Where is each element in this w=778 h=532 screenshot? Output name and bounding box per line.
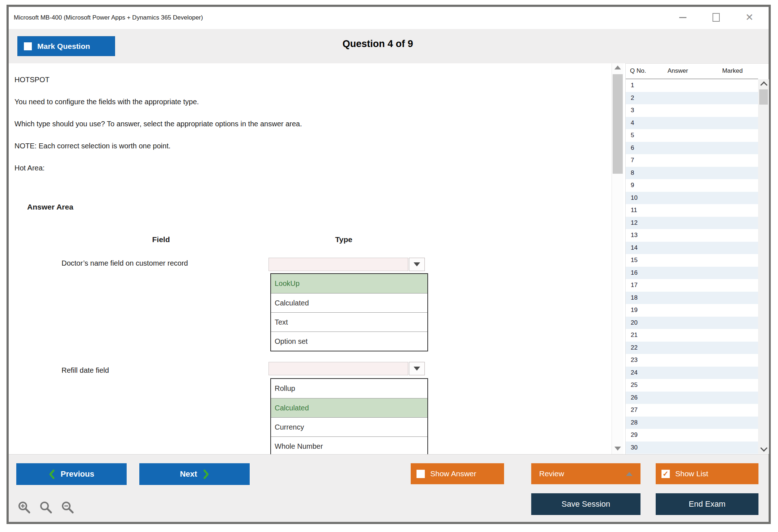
question-list-row[interactable]: 8 [626, 167, 758, 180]
question-list-row[interactable]: 4 [626, 117, 758, 130]
option-row[interactable]: Calculated [271, 293, 427, 312]
question-list-row[interactable]: 26 [626, 392, 758, 404]
titlebar: Microsoft MB-400 (Microsoft Power Apps +… [9, 7, 769, 29]
zoom-controls [17, 501, 75, 515]
question-number: 19 [631, 307, 638, 314]
main-scrollbar-thumb[interactable] [613, 74, 623, 174]
question-list-row[interactable]: 1 [626, 79, 758, 92]
question-list-row[interactable]: 15 [626, 254, 758, 267]
show-answer-button[interactable]: Show Answer [411, 463, 504, 484]
review-button[interactable]: Review [531, 463, 640, 484]
question-number: 1 [631, 82, 634, 89]
magnifier-icon[interactable] [39, 501, 54, 515]
option-row[interactable]: Currency [271, 417, 427, 436]
type-dropdown-2-arrow-button[interactable] [409, 362, 425, 375]
option-row[interactable]: Option set [271, 332, 427, 351]
question-number: 16 [631, 269, 638, 276]
question-list-row[interactable]: 19 [626, 304, 758, 317]
question-number: 13 [631, 232, 638, 239]
minimize-icon [679, 17, 686, 18]
minimize-button[interactable] [677, 12, 688, 23]
question-list-row[interactable]: 5 [626, 129, 758, 142]
answer-area-label: Answer Area [27, 203, 73, 211]
question-list-row[interactable]: 13 [626, 229, 758, 242]
show-list-checkbox-icon: ✓ [661, 470, 670, 478]
option-row[interactable]: LookUp [271, 274, 427, 293]
scroll-down-icon[interactable] [614, 447, 621, 451]
question-number: 25 [631, 381, 638, 389]
sidebar-scrollbar-thumb[interactable] [759, 89, 768, 105]
question-list-row[interactable]: 27 [626, 404, 758, 417]
question-list-row[interactable]: 6 [626, 142, 758, 155]
option-row[interactable]: Whole Number [271, 436, 427, 454]
question-paragraph: NOTE: Each correct selection is worth on… [14, 142, 302, 150]
question-list-row[interactable]: 29 [626, 429, 758, 442]
content-area: HOTSPOT You need to configure the fields… [9, 63, 769, 454]
show-answer-checkbox-icon [417, 470, 425, 478]
previous-button[interactable]: Previous [16, 463, 127, 485]
question-list-row[interactable]: 16 [626, 267, 758, 279]
zoom-in-icon[interactable] [17, 501, 32, 515]
scroll-up-icon[interactable] [760, 81, 768, 89]
zoom-out-icon[interactable] [61, 501, 75, 515]
show-answer-label: Show Answer [430, 469, 476, 478]
dropdown-arrow-icon [414, 367, 420, 371]
question-list-row[interactable]: 28 [626, 417, 758, 429]
header-band: Mark Question Question 4 of 9 [9, 29, 769, 63]
question-list-row[interactable]: 10 [626, 192, 758, 204]
question-list-row[interactable]: 21 [626, 329, 758, 342]
option-row[interactable]: Calculated [271, 398, 427, 417]
question-text: HOTSPOT You need to configure the fields… [14, 76, 302, 186]
show-list-button[interactable]: ✓ Show List [656, 463, 758, 484]
question-list-sidebar: Q No. Answer Marked 1 2 3 4 5 6 7 8 9 10… [625, 63, 769, 454]
end-exam-label: End Exam [689, 499, 726, 509]
type-dropdown-1-arrow-button[interactable] [409, 258, 425, 271]
question-list-row[interactable]: 24 [626, 367, 758, 379]
triangle-up-icon [626, 472, 633, 476]
question-number: 6 [631, 144, 634, 152]
close-icon: ✕ [745, 13, 754, 22]
scroll-up-icon[interactable] [614, 66, 621, 69]
type-dropdown-1[interactable] [269, 258, 408, 271]
question-list-row[interactable]: 7 [626, 154, 758, 167]
question-list-row[interactable]: 18 [626, 292, 758, 304]
question-number: 21 [631, 332, 638, 339]
next-button[interactable]: Next [139, 463, 250, 485]
question-list-row[interactable]: 3 [626, 104, 758, 117]
question-list-row[interactable]: 25 [626, 379, 758, 392]
question-list-row[interactable]: 30 [626, 442, 758, 454]
exam-app-window: Microsoft MB-400 (Microsoft Power Apps +… [7, 5, 771, 524]
question-list-row[interactable]: 14 [626, 242, 758, 254]
question-list-row[interactable]: 11 [626, 204, 758, 217]
option-row[interactable]: Rollup [271, 379, 427, 398]
next-label: Next [180, 469, 197, 479]
question-pane: HOTSPOT You need to configure the fields… [9, 63, 612, 454]
question-number: 9 [631, 182, 634, 189]
question-number: 2 [631, 94, 634, 102]
sidebar-scrollbar[interactable] [758, 79, 769, 454]
chevron-right-icon [203, 469, 209, 479]
mark-question-button[interactable]: Mark Question [17, 36, 115, 56]
question-list-row[interactable]: 20 [626, 317, 758, 329]
close-button[interactable]: ✕ [744, 12, 755, 23]
maximize-icon [713, 13, 720, 22]
save-session-label: Save Session [562, 499, 610, 509]
question-number: 11 [631, 207, 637, 214]
answer-column-header: Answer [668, 67, 688, 75]
question-list-row[interactable]: 12 [626, 217, 758, 229]
question-number: 5 [631, 132, 634, 139]
end-exam-button[interactable]: End Exam [656, 493, 758, 515]
question-list-row[interactable]: 17 [626, 279, 758, 292]
option-row[interactable]: Text [271, 312, 427, 332]
main-scrollbar[interactable] [612, 63, 623, 454]
scroll-down-icon[interactable] [760, 444, 768, 452]
maximize-button[interactable] [711, 12, 722, 23]
question-list-row[interactable]: 9 [626, 179, 758, 192]
question-counter: Question 4 of 9 [342, 38, 413, 50]
type-dropdown-2[interactable] [269, 362, 408, 375]
question-list-row[interactable]: 22 [626, 342, 758, 354]
question-list-row[interactable]: 2 [626, 92, 758, 105]
question-list-row[interactable]: 23 [626, 354, 758, 367]
save-session-button[interactable]: Save Session [531, 493, 640, 515]
dropdown-arrow-icon [414, 262, 420, 266]
